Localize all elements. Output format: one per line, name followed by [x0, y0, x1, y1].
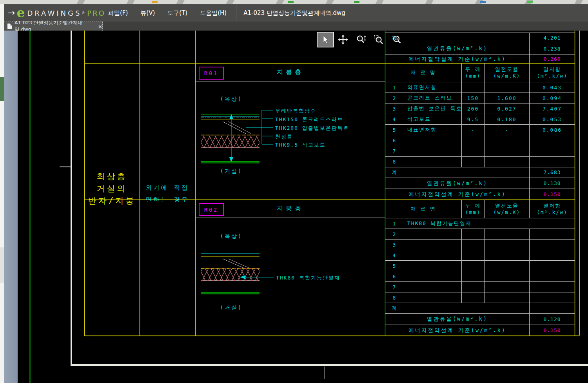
background-speck — [527, 1, 533, 3]
table-row: 에너지절약설계 기준(w/m².k) 0.260 — [385, 54, 575, 64]
r02-total-value — [529, 303, 575, 313]
r01-callout-2: THK150 콘크리트스라브 — [275, 116, 343, 123]
r01-callout-4: 천정틀 — [275, 133, 293, 140]
background-window-green-block — [0, 77, 4, 101]
std-value: 0.260 — [529, 54, 575, 64]
total-value: 4.201 — [529, 33, 575, 43]
table-row: 4 — [385, 250, 575, 260]
edrawings-window: → e DRAWINGS ® PRO 파일(F) 뷰(V) 도구(T) 도움말(… — [4, 4, 588, 383]
table-header-row: 재 료 명 두 께(mm) 열전도율(w/m.K) 열저항(m².k/w) — [385, 63, 575, 82]
table-row: 7 — [385, 281, 575, 292]
r01-callout-1: 우레탄복합방수 — [275, 107, 316, 114]
table-row: 2콘크리트 스라브 1501.600 0.094 — [385, 93, 575, 103]
r01-code-box: R01 — [199, 67, 224, 80]
col-header-thickness: 두 께(mm) — [461, 63, 484, 82]
table-row: 계 4.201 — [385, 33, 575, 43]
document-title: A1-023 단열성능기준및관계내역.dwg — [243, 9, 345, 17]
r01-section-header: R01 지붕층 — [195, 63, 385, 82]
r02-code: R02 — [204, 207, 218, 213]
table-row: 에너지절약설계 기준(w/m².k) 0.150 — [385, 325, 575, 336]
r01-section-title: 지붕층 — [277, 68, 304, 76]
table-row: 5 — [385, 260, 575, 271]
zoom-window-tool-button[interactable] — [370, 32, 388, 47]
menu-help[interactable]: 도움말(H) — [194, 9, 233, 17]
r02-code-box: R02 — [199, 203, 224, 216]
insulation-hatch — [201, 269, 260, 280]
pan-icon — [338, 34, 348, 45]
r01-u-value: 0.130 — [529, 178, 575, 189]
zoom-tool-button[interactable] — [352, 32, 370, 47]
r02-std-value: 0.150 — [529, 325, 575, 336]
r01-detail-drawing — [201, 110, 273, 163]
table-row: 3압출법 보온판 특호 2000.027 7.407 — [385, 103, 575, 114]
select-icon — [321, 35, 330, 44]
table-row: 8 — [385, 156, 575, 167]
r02-roof-label: (옥상) — [202, 233, 261, 240]
zoom-window-icon — [374, 34, 385, 45]
title-menu-bar: → e DRAWINGS ® PRO 파일(F) 뷰(V) 도구(T) 도움말(… — [4, 4, 588, 22]
select-tool-button[interactable] — [317, 32, 334, 47]
table-row: 5내표면저항 -- 0.086 — [385, 124, 575, 135]
table-row: 1 THK80 복합기능단열재 — [385, 218, 575, 229]
r01-callout-3: THK200 압출법보온판특호 — [275, 125, 349, 132]
table-row: 6 — [385, 271, 575, 281]
background-speck — [354, 1, 359, 3]
r01-room-label: (거실) — [202, 168, 261, 175]
condition-label: 외기에 직접 면하는 경우 — [140, 182, 195, 205]
r01-material-table: 재 료 명 두 께(mm) 열전도율(w/m.K) 열저항(m².k/w) 1외… — [385, 63, 575, 200]
screen: → e DRAWINGS ® PRO 파일(F) 뷰(V) 도구(T) 도움말(… — [0, 0, 588, 383]
document-tab[interactable]: A1-023 단열성능기준및관계내역.dwg × — [4, 22, 103, 31]
r02-section-header: R02 지붕층 — [195, 200, 385, 218]
table-row: 에너지절약설계 기준(w/m².k) 0.150 — [385, 189, 575, 200]
r01-total-value: 7.683 — [529, 167, 575, 178]
zoom-fit-tool-button[interactable] — [388, 32, 406, 47]
r01-std-value: 0.150 — [529, 189, 575, 200]
background-window-edge — [0, 4, 4, 383]
table-row: 3 — [385, 239, 575, 250]
document-icon — [7, 24, 12, 29]
view-toolbar — [317, 32, 406, 47]
edrawings-logo: → e DRAWINGS ® PRO — [8, 7, 102, 19]
table-header-row: 재 료 명 두 께(mm) 열전도율(w/m.K) 열저항(m².k/w) — [385, 200, 575, 218]
logo-registered-mark: ® — [82, 11, 85, 15]
background-tabs — [0, 0, 588, 4]
col-header-conductivity: 열전도율(w/m.K) — [484, 63, 529, 82]
r02-u-value: 0.120 — [529, 314, 575, 325]
menu-file[interactable]: 파일(F) — [102, 9, 134, 17]
table-row: 7 — [385, 146, 575, 156]
background-speck — [288, 1, 294, 3]
r02-callout-1: THK80 복합기능단열재 — [276, 274, 340, 281]
u-value: 0.238 — [529, 43, 575, 54]
summary-table-top: 계 4.201 열관류율(w/m².k) 0.238 에너지절약설계 기준(w/… — [385, 33, 575, 64]
background-window-gray-block — [0, 247, 4, 283]
menu-separator — [236, 4, 236, 22]
menu-view[interactable]: 뷰(V) — [134, 9, 161, 17]
background-speck — [152, 1, 158, 3]
table-row: 열관류율(w/m².k) 0.130 — [385, 178, 575, 189]
col-header-resistance: 열저항(m².k/w) — [529, 63, 575, 82]
zoom-fit-icon — [392, 34, 403, 45]
r02-detail-drawing — [201, 254, 274, 294]
logo-e: e — [16, 8, 25, 18]
logo-brand-text: DRAWINGS — [27, 9, 82, 17]
r01-callout-5: THK9.5 석고보드 — [275, 142, 326, 149]
zoom-icon — [356, 34, 367, 45]
table-row: 2 — [385, 229, 575, 239]
r01-code: R01 — [204, 70, 218, 76]
table-row: 열관류율(w/m².k) 0.120 — [385, 313, 575, 325]
col-header-name: 재 료 명 — [385, 63, 461, 82]
insulation-hatch — [201, 136, 260, 147]
r02-section-title: 지붕층 — [277, 205, 304, 213]
r02-material-table: 재 료 명 두 께(mm) 열전도율(w/m.K) 열저항(m².k/w) 1 … — [385, 200, 575, 336]
category-label: 최상층 거실의 반자/지붕 — [84, 171, 140, 207]
background-speck — [480, 1, 486, 3]
table-row: 8 — [385, 292, 575, 303]
menu-tools[interactable]: 도구(T) — [161, 9, 194, 17]
r02-room-label: (거실) — [202, 304, 261, 311]
close-icon[interactable]: × — [98, 24, 102, 29]
total-row: 계 7.683 — [385, 167, 575, 178]
drawing-viewport[interactable]: 계 4.201 열관류율(w/m².k) 0.238 에너지절약설계 기준(w/… — [4, 31, 588, 383]
pan-tool-button[interactable] — [334, 32, 352, 47]
r01-roof-label: (옥상) — [202, 96, 261, 103]
table-row: 4석고보드 9.50.180 0.053 — [385, 114, 575, 124]
